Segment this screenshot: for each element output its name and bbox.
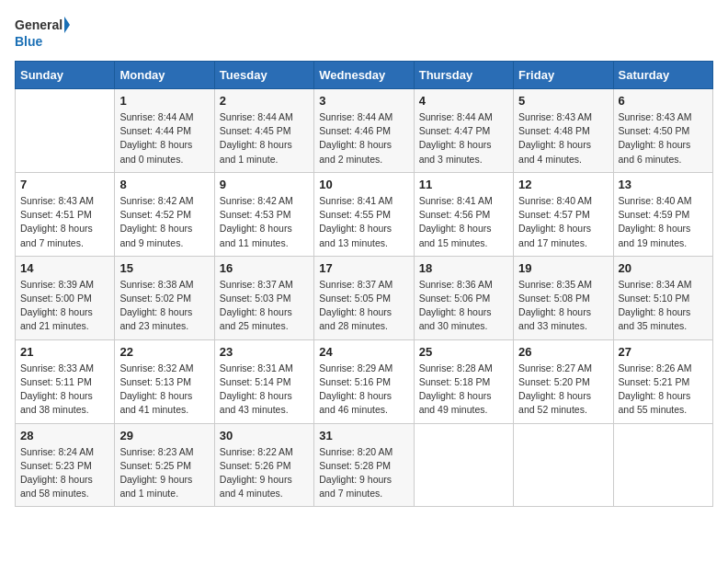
day-cell: 17Sunrise: 8:37 AM Sunset: 5:05 PM Dayli… [314,256,414,339]
day-number: 10 [319,178,408,191]
day-number: 18 [419,261,508,275]
day-cell: 2Sunrise: 8:44 AM Sunset: 4:45 PM Daylig… [214,89,313,173]
day-info: Sunrise: 8:41 AM Sunset: 4:56 PM Dayligh… [419,194,508,250]
day-number: 13 [619,178,708,191]
day-number: 6 [619,94,708,108]
day-number: 14 [20,261,109,275]
day-cell: 1Sunrise: 8:44 AM Sunset: 4:44 PM Daylig… [115,89,214,173]
svg-text:General: General [15,17,63,32]
week-row-4: 21Sunrise: 8:33 AM Sunset: 5:11 PM Dayli… [16,339,713,423]
col-header-saturday: Saturday [613,62,712,89]
day-cell [414,423,513,507]
day-number: 3 [319,94,408,108]
day-cell: 10Sunrise: 8:41 AM Sunset: 4:55 PM Dayli… [314,172,414,256]
week-row-2: 7Sunrise: 8:43 AM Sunset: 4:51 PM Daylig… [16,172,713,256]
day-info: Sunrise: 8:20 AM Sunset: 5:28 PM Dayligh… [319,445,408,501]
week-row-1: 1Sunrise: 8:44 AM Sunset: 4:44 PM Daylig… [16,89,713,173]
day-info: Sunrise: 8:44 AM Sunset: 4:47 PM Dayligh… [419,110,508,167]
day-cell: 28Sunrise: 8:24 AM Sunset: 5:23 PM Dayli… [16,423,115,507]
day-cell: 18Sunrise: 8:36 AM Sunset: 5:06 PM Dayli… [414,256,513,339]
day-number: 2 [220,94,309,108]
col-header-friday: Friday [514,62,613,89]
day-info: Sunrise: 8:43 AM Sunset: 4:51 PM Dayligh… [20,194,109,250]
day-info: Sunrise: 8:42 AM Sunset: 4:53 PM Dayligh… [220,194,309,250]
day-cell: 11Sunrise: 8:41 AM Sunset: 4:56 PM Dayli… [414,172,513,256]
day-cell: 16Sunrise: 8:37 AM Sunset: 5:03 PM Dayli… [214,256,313,339]
day-number: 30 [220,429,309,442]
day-number: 12 [518,178,608,191]
day-info: Sunrise: 8:35 AM Sunset: 5:08 PM Dayligh… [518,278,608,334]
day-number: 25 [419,345,508,359]
day-cell: 15Sunrise: 8:38 AM Sunset: 5:02 PM Dayli… [115,256,214,339]
day-cell: 13Sunrise: 8:40 AM Sunset: 4:59 PM Dayli… [613,172,712,256]
day-cell: 3Sunrise: 8:44 AM Sunset: 4:46 PM Daylig… [314,89,414,173]
day-number: 29 [119,429,209,442]
day-number: 23 [220,345,309,359]
day-info: Sunrise: 8:43 AM Sunset: 4:48 PM Dayligh… [518,110,608,167]
day-cell: 19Sunrise: 8:35 AM Sunset: 5:08 PM Dayli… [514,256,613,339]
day-cell: 4Sunrise: 8:44 AM Sunset: 4:47 PM Daylig… [414,89,513,173]
day-number: 15 [119,261,209,275]
day-info: Sunrise: 8:44 AM Sunset: 4:45 PM Dayligh… [220,110,309,167]
day-number: 31 [319,429,408,442]
day-cell: 27Sunrise: 8:26 AM Sunset: 5:21 PM Dayli… [613,339,712,423]
day-cell: 8Sunrise: 8:42 AM Sunset: 4:52 PM Daylig… [115,172,214,256]
day-info: Sunrise: 8:33 AM Sunset: 5:11 PM Dayligh… [20,362,109,418]
day-number: 28 [20,429,109,442]
day-number: 19 [518,261,608,275]
day-info: Sunrise: 8:24 AM Sunset: 5:23 PM Dayligh… [20,445,109,501]
day-cell: 5Sunrise: 8:43 AM Sunset: 4:48 PM Daylig… [514,89,613,173]
day-info: Sunrise: 8:43 AM Sunset: 4:50 PM Dayligh… [619,110,708,167]
day-number: 17 [319,261,408,275]
week-row-3: 14Sunrise: 8:39 AM Sunset: 5:00 PM Dayli… [16,256,713,339]
day-number: 16 [220,261,309,275]
day-number: 8 [119,178,209,191]
svg-marker-2 [64,17,70,33]
day-info: Sunrise: 8:31 AM Sunset: 5:14 PM Dayligh… [220,362,309,418]
day-cell: 21Sunrise: 8:33 AM Sunset: 5:11 PM Dayli… [16,339,115,423]
day-cell: 31Sunrise: 8:20 AM Sunset: 5:28 PM Dayli… [314,423,414,507]
day-cell: 20Sunrise: 8:34 AM Sunset: 5:10 PM Dayli… [613,256,712,339]
col-header-sunday: Sunday [16,62,115,89]
day-info: Sunrise: 8:29 AM Sunset: 5:16 PM Dayligh… [319,362,408,418]
day-cell [16,89,115,173]
day-number: 1 [119,94,209,108]
day-info: Sunrise: 8:34 AM Sunset: 5:10 PM Dayligh… [619,278,708,334]
day-cell: 26Sunrise: 8:27 AM Sunset: 5:20 PM Dayli… [514,339,613,423]
day-number: 22 [119,345,209,359]
day-cell: 12Sunrise: 8:40 AM Sunset: 4:57 PM Dayli… [514,172,613,256]
day-info: Sunrise: 8:39 AM Sunset: 5:00 PM Dayligh… [20,278,109,334]
day-cell: 7Sunrise: 8:43 AM Sunset: 4:51 PM Daylig… [16,172,115,256]
col-header-tuesday: Tuesday [214,62,313,89]
day-cell: 24Sunrise: 8:29 AM Sunset: 5:16 PM Dayli… [314,339,414,423]
week-row-5: 28Sunrise: 8:24 AM Sunset: 5:23 PM Dayli… [16,423,713,507]
col-header-monday: Monday [115,62,214,89]
day-cell: 6Sunrise: 8:43 AM Sunset: 4:50 PM Daylig… [613,89,712,173]
day-info: Sunrise: 8:32 AM Sunset: 5:13 PM Dayligh… [119,362,209,418]
day-cell: 23Sunrise: 8:31 AM Sunset: 5:14 PM Dayli… [214,339,313,423]
day-info: Sunrise: 8:28 AM Sunset: 5:18 PM Dayligh… [419,362,508,418]
day-number: 9 [220,178,309,191]
day-info: Sunrise: 8:37 AM Sunset: 5:03 PM Dayligh… [220,278,309,334]
day-info: Sunrise: 8:27 AM Sunset: 5:20 PM Dayligh… [518,362,608,418]
day-info: Sunrise: 8:41 AM Sunset: 4:55 PM Dayligh… [319,194,408,250]
day-cell: 14Sunrise: 8:39 AM Sunset: 5:00 PM Dayli… [16,256,115,339]
day-info: Sunrise: 8:26 AM Sunset: 5:21 PM Dayligh… [619,362,708,418]
day-number: 4 [419,94,508,108]
day-cell: 25Sunrise: 8:28 AM Sunset: 5:18 PM Dayli… [414,339,513,423]
logo: General Blue [15,15,70,52]
col-header-wednesday: Wednesday [314,62,414,89]
day-cell: 22Sunrise: 8:32 AM Sunset: 5:13 PM Dayli… [115,339,214,423]
header: General Blue [15,15,713,52]
day-number: 24 [319,345,408,359]
day-number: 11 [419,178,508,191]
logo-svg: General Blue [15,15,70,52]
day-number: 21 [20,345,109,359]
day-cell [514,423,613,507]
day-number: 26 [518,345,608,359]
day-info: Sunrise: 8:23 AM Sunset: 5:25 PM Dayligh… [119,445,209,501]
day-info: Sunrise: 8:36 AM Sunset: 5:06 PM Dayligh… [419,278,508,334]
day-info: Sunrise: 8:44 AM Sunset: 4:44 PM Dayligh… [119,110,209,167]
header-row: SundayMondayTuesdayWednesdayThursdayFrid… [16,62,713,89]
day-cell [613,423,712,507]
